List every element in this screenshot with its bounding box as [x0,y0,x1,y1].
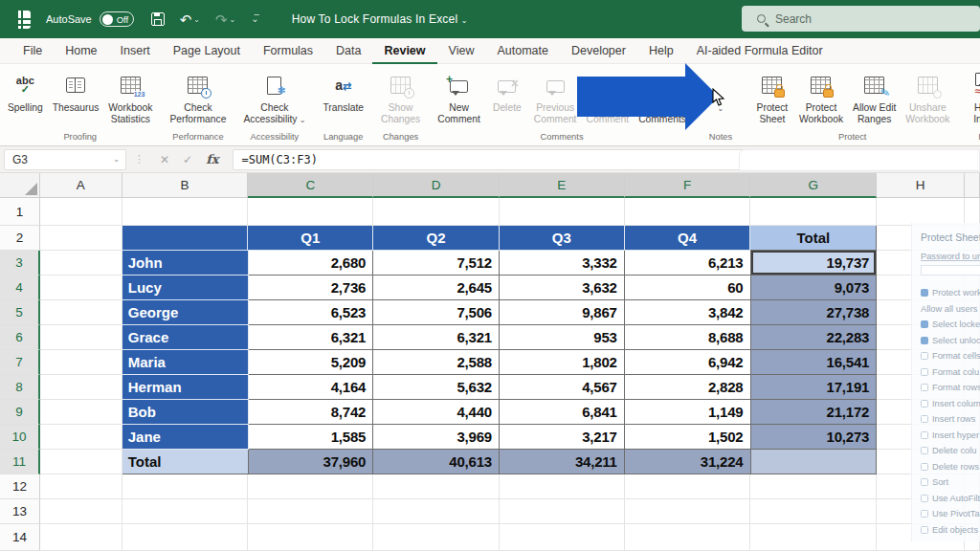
column-header-B[interactable]: B [122,173,249,198]
tab-view[interactable]: View [437,38,486,64]
cell-D7[interactable]: 2,588 [373,350,500,375]
row-header-3[interactable]: 3 [0,251,40,276]
cell-E8[interactable]: 4,567 [500,375,625,400]
save-icon[interactable] [151,12,165,26]
cell-G7[interactable]: 16,541 [751,350,878,375]
dialog-option-insert-hyper[interactable]: Insert hyper [921,428,980,444]
cell-A9[interactable] [40,400,122,425]
unchecked-checkbox-icon[interactable] [921,495,928,502]
cell-F6[interactable]: 8,688 [625,325,751,350]
tab-page-layout[interactable]: Page Layout [162,38,252,64]
tab-help[interactable]: Help [637,38,685,64]
cell-D3[interactable]: 7,512 [373,251,500,276]
spelling-button[interactable]: abc✓Spelling [3,68,48,114]
password-input[interactable] [921,265,980,276]
cell-pad1[interactable] [965,198,980,226]
cell-G1[interactable] [750,198,877,226]
cell-E2[interactable]: Q3 [500,226,625,251]
select-all-corner[interactable] [0,173,40,198]
dialog-option-insert-colum[interactable]: Insert colum [921,396,980,412]
cell-E6[interactable]: 953 [500,325,625,350]
cell-G6[interactable]: 22,283 [751,325,878,350]
cell-G9[interactable]: 21,172 [751,400,878,425]
cell-E12[interactable] [500,474,625,499]
row-header-12[interactable]: 12 [0,474,40,499]
cell-E4[interactable]: 3,632 [500,276,625,300]
undo-chevron-icon[interactable]: ⌄ [193,15,200,24]
cell-C11[interactable]: 37,960 [249,450,374,474]
cell-F1[interactable] [625,198,751,226]
cell-C13[interactable] [248,499,373,524]
cell-F2[interactable]: Q4 [625,226,751,251]
tab-ai-aided-formula-editor[interactable]: AI-aided Formula Editor [685,38,835,64]
cell-E13[interactable] [500,499,625,524]
protect-workbook-button[interactable]: ProtectWorkbook [794,68,848,124]
unchecked-checkbox-icon[interactable] [921,526,928,534]
tab-automate[interactable]: Automate [485,38,560,64]
cell-C9[interactable]: 8,742 [249,400,374,425]
row-header-14[interactable]: 14 [0,524,40,551]
checked-checkbox-icon[interactable] [921,337,928,344]
new-comment-button[interactable]: +NewComment [433,68,485,124]
cell-A3[interactable] [40,251,122,276]
tab-review[interactable]: Review [372,38,436,64]
cell-B1[interactable] [122,198,249,226]
tab-insert[interactable]: Insert [109,38,162,64]
translate-button[interactable]: a⇄Translate [318,68,368,114]
cell-D4[interactable]: 2,645 [373,276,500,300]
cell-D8[interactable]: 5,632 [373,375,500,400]
cell-C14[interactable] [248,524,373,551]
cell-C4[interactable]: 2,736 [249,276,374,300]
unchecked-checkbox-icon[interactable] [921,400,928,408]
column-header-G[interactable]: G [750,173,877,198]
unchecked-checkbox-icon[interactable] [921,368,928,376]
unshare-workbook-button[interactable]: UnshareWorkbook [901,68,954,124]
dialog-option-select-locke[interactable]: Select locke [921,317,980,333]
cell-A14[interactable] [40,524,122,551]
dialog-option-delete-rows[interactable]: Delete rows [921,459,980,475]
allow-edit-ranges-button[interactable]: ✎Allow EditRanges [848,68,901,124]
cell-B8[interactable]: Herman [122,375,249,400]
name-box[interactable]: G3 ⌄ [4,149,126,170]
row-header-11[interactable]: 11 [0,450,40,474]
cell-D13[interactable] [373,499,500,524]
cell-D1[interactable] [373,198,500,226]
cell-C10[interactable]: 1,585 [249,425,374,450]
row-header-10[interactable]: 10 [0,425,40,450]
cell-E3[interactable]: 3,332 [500,251,625,276]
row-header-2[interactable]: 2 [0,226,40,251]
cell-A4[interactable] [40,276,122,300]
row-header-5[interactable]: 5 [0,300,40,325]
row-header-4[interactable]: 4 [0,276,40,300]
cell-E10[interactable]: 3,217 [500,425,625,450]
column-header-D[interactable]: D [373,173,500,198]
column-header-E[interactable]: E [500,173,625,198]
cell-C12[interactable] [248,474,373,499]
unchecked-checkbox-icon[interactable] [921,447,928,454]
cell-G2[interactable]: Total [750,226,877,251]
column-header-A[interactable]: A [40,173,122,198]
row-header-6[interactable]: 6 [0,325,40,350]
search-box[interactable]: Search [742,6,980,32]
cell-B9[interactable]: Bob [122,400,249,425]
column-header-C[interactable]: C [248,173,373,198]
show-changes-button[interactable]: ShowChanges [376,68,425,124]
cell-C1[interactable] [248,198,373,226]
cell-F5[interactable]: 3,842 [625,300,751,325]
redo-icon[interactable]: ↷ [215,12,228,27]
hide-ink-button[interactable]: ≈≈HideInk ⌄ [962,68,980,125]
cell-G8[interactable]: 17,191 [751,375,878,400]
cell-G11[interactable] [751,450,878,474]
dialog-option-format-colu[interactable]: Format colu [921,364,980,381]
cell-B3[interactable]: John [122,251,249,276]
cell-F3[interactable]: 6,213 [625,251,751,276]
cell-G14[interactable] [750,524,877,551]
undo-icon[interactable]: ↶ [180,12,192,27]
cell-F8[interactable]: 2,828 [625,375,751,400]
dialog-option-edit-scenari[interactable]: Edit scenari [921,538,980,541]
cell-D9[interactable]: 4,440 [373,400,500,425]
cell-F7[interactable]: 6,942 [625,350,751,375]
cell-A12[interactable] [40,474,122,499]
cell-A7[interactable] [40,350,122,375]
cell-F13[interactable] [625,499,751,524]
